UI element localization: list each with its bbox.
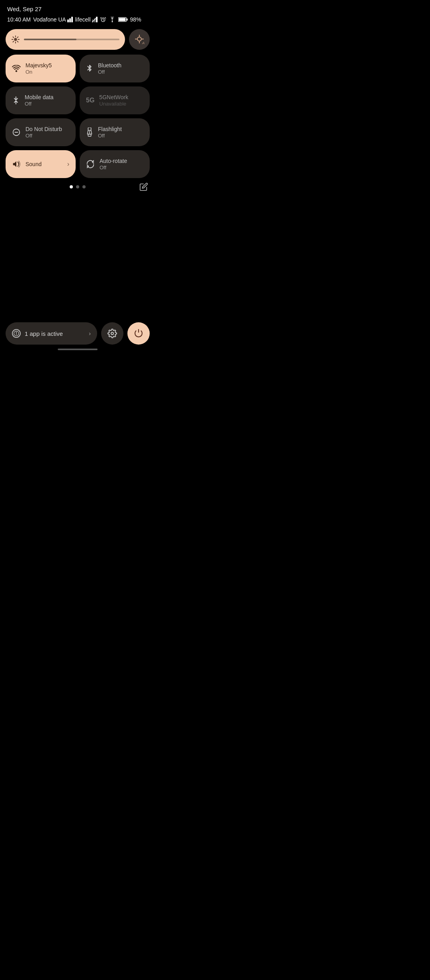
flashlight-tile-sublabel: Off [98,133,122,139]
bottom-bar: 1 app is active › [0,322,155,345]
svg-text:A: A [142,41,145,45]
settings-button[interactable] [101,322,123,345]
wifi-tile[interactable]: Majevsky5 On [6,55,76,82]
auto-rotate-tile[interactable]: Auto-rotate Off [80,150,150,178]
wifi-status-icon [109,17,116,22]
svg-rect-31 [88,134,91,137]
info-icon [12,329,21,338]
do-not-disturb-tile-icon [12,128,21,137]
5g-tile-label: 5GNetWork [99,94,128,101]
status-bar: Wed, Sep 27 10:40 AM Vodafone UA lifecel… [0,0,155,25]
do-not-disturb-tile-label: Do Not Disturb [25,126,62,133]
bluetooth-tile[interactable]: Bluetooth Off [80,55,150,82]
bluetooth-tile-sublabel: Off [98,69,121,75]
page-dot-3[interactable] [82,185,86,188]
carrier1-name: Vodafone UA [33,16,66,23]
do-not-disturb-tile[interactable]: Do Not Disturb Off [6,118,76,146]
carrier1: Vodafone UA [33,16,73,23]
carrier2-name: lifecell [75,16,91,23]
edit-tiles-button[interactable] [139,182,148,191]
quick-tiles-grid: Majevsky5 On Bluetooth Off Mobile data O… [0,55,155,178]
signal2-icon [92,17,98,22]
auto-rotate-tile-icon [86,160,95,169]
auto-rotate-tile-label: Auto-rotate [100,158,127,165]
svg-marker-0 [67,20,69,22]
auto-rotate-tile-text: Auto-rotate Off [100,158,127,171]
sun-icon [11,35,20,44]
do-not-disturb-tile-sublabel: Off [25,133,62,139]
sound-tile-left: Sound [12,160,41,168]
wifi-tile-text: Majevsky5 On [25,62,52,75]
pill-chevron-icon: › [89,330,91,337]
page-dot-1[interactable] [70,185,73,188]
auto-brightness-icon: A [134,34,145,45]
svg-point-36 [111,332,113,335]
svg-rect-30 [88,127,91,130]
sound-tile-icon [12,160,21,168]
time-display: 10:40 AM [7,16,31,23]
do-not-disturb-tile-text: Do Not Disturb Off [25,126,62,139]
brightness-row: A [6,29,150,50]
wifi-tile-label: Majevsky5 [25,62,52,69]
flashlight-tile-text: Flashlight Off [98,126,122,139]
svg-line-18 [17,41,18,42]
svg-line-20 [17,37,18,37]
svg-rect-10 [127,18,128,20]
mobile-data-tile-label: Mobile data [25,94,53,101]
auto-rotate-tile-sublabel: Off [100,165,127,171]
settings-icon [108,329,117,338]
auto-brightness-button[interactable]: A [129,29,150,50]
mobile-data-tile-icon [12,96,20,105]
svg-point-35 [16,332,17,333]
mobile-data-tile-sublabel: Off [25,101,53,107]
svg-line-17 [13,37,14,37]
power-icon [134,329,143,338]
svg-marker-2 [71,17,73,22]
sound-tile-chevron: › [67,161,69,168]
date-display: Wed, Sep 27 [7,6,148,12]
bluetooth-tile-text: Bluetooth Off [98,62,121,75]
svg-point-12 [14,38,17,41]
sound-tile[interactable]: Sound › [6,150,76,178]
flashlight-tile-label: Flashlight [98,126,122,133]
page-dots [0,185,155,188]
carrier2: lifecell [75,16,98,23]
flashlight-tile-icon [86,127,93,137]
svg-point-8 [111,21,113,22]
brightness-fill [24,39,76,40]
5g-tile-sublabel: Unavailable [99,101,128,107]
svg-line-19 [13,41,14,42]
home-bar [58,349,98,350]
battery-percent: 98% [130,16,141,23]
wifi-tile-icon [12,65,21,72]
bluetooth-tile-icon [86,64,93,73]
signal1-icon [67,17,73,22]
active-app-pill[interactable]: 1 app is active › [6,322,97,345]
bluetooth-tile-label: Bluetooth [98,62,121,69]
brightness-slider[interactable] [6,29,125,50]
time-line: 10:40 AM Vodafone UA lifecell [7,16,148,23]
page-dot-2[interactable] [76,185,79,188]
wifi-tile-sublabel: On [25,69,52,75]
battery-icon [118,17,128,22]
flashlight-tile[interactable]: Flashlight Off [80,118,150,146]
mobile-data-tile-text: Mobile data Off [25,94,53,107]
svg-marker-1 [69,18,71,22]
svg-rect-11 [119,18,125,21]
mobile-data-tile[interactable]: Mobile data Off [6,86,76,114]
svg-point-27 [16,70,18,72]
brightness-icon [11,35,20,44]
svg-point-21 [137,37,141,41]
5g-tile-icon: 5G [86,97,94,104]
active-app-text: 1 app is active [25,330,85,337]
5g-tile-text: 5GNetWork Unavailable [99,94,128,107]
5g-tile[interactable]: 5G 5GNetWork Unavailable [80,86,150,114]
alarm-icon [100,16,106,23]
brightness-track[interactable] [24,39,119,40]
power-button[interactable] [127,322,150,345]
sound-tile-label: Sound [25,161,41,168]
